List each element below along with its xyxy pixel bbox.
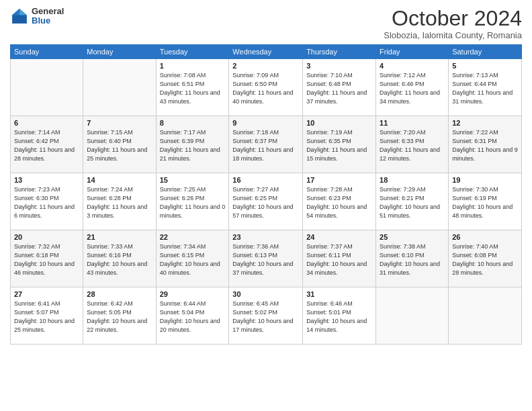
day-info: Sunrise: 7:13 AMSunset: 6:44 PMDaylight:… [452,71,518,106]
day-info: Sunrise: 7:37 AMSunset: 6:11 PMDaylight:… [306,242,372,277]
day-info: Sunrise: 7:17 AMSunset: 6:39 PMDaylight:… [160,128,226,163]
day-number: 27 [14,290,79,298]
day-info: Sunrise: 7:19 AMSunset: 6:35 PMDaylight:… [306,128,372,163]
day-number: 6 [14,119,79,127]
calendar-cell: 14Sunrise: 7:24 AMSunset: 6:28 PMDayligh… [83,173,156,230]
day-info: Sunrise: 7:25 AMSunset: 6:26 PMDaylight:… [160,185,226,220]
day-info: Sunrise: 7:27 AMSunset: 6:25 PMDaylight:… [232,185,299,220]
day-info: Sunrise: 7:34 AMSunset: 6:15 PMDaylight:… [160,242,226,277]
subtitle: Slobozia, Ialomita County, Romania [384,30,522,40]
calendar-cell: 3Sunrise: 7:10 AMSunset: 6:48 PMDaylight… [303,59,376,116]
weekday-header: Sunday [11,45,83,59]
calendar-cell: 22Sunrise: 7:34 AMSunset: 6:15 PMDayligh… [156,230,229,287]
calendar-cell: 24Sunrise: 7:37 AMSunset: 6:11 PMDayligh… [303,230,376,287]
weekday-header-row: SundayMondayTuesdayWednesdayThursdayFrid… [11,45,522,59]
day-number: 15 [160,176,226,184]
calendar-cell: 11Sunrise: 7:20 AMSunset: 6:33 PMDayligh… [376,116,449,173]
day-info: Sunrise: 7:40 AMSunset: 6:08 PMDaylight:… [452,242,518,277]
day-number: 18 [380,176,445,184]
logo: General Blue [10,7,64,26]
day-number: 14 [87,176,152,184]
day-number: 30 [232,290,299,298]
logo-general: General [32,7,64,16]
calendar-cell: 31Sunrise: 6:46 AMSunset: 5:01 PMDayligh… [303,287,376,345]
day-info: Sunrise: 7:14 AMSunset: 6:42 PMDaylight:… [14,128,79,163]
day-info: Sunrise: 7:20 AMSunset: 6:33 PMDaylight:… [380,128,445,163]
calendar-cell: 19Sunrise: 7:30 AMSunset: 6:19 PMDayligh… [449,173,522,230]
calendar-week-row: 13Sunrise: 7:23 AMSunset: 6:30 PMDayligh… [11,173,522,230]
day-number: 23 [232,233,299,241]
day-info: Sunrise: 7:15 AMSunset: 6:40 PMDaylight:… [87,128,152,163]
day-info: Sunrise: 7:33 AMSunset: 6:16 PMDaylight:… [87,242,152,277]
day-info: Sunrise: 6:41 AMSunset: 5:07 PMDaylight:… [14,300,79,334]
calendar-cell: 2Sunrise: 7:09 AMSunset: 6:50 PMDaylight… [229,59,303,116]
day-info: Sunrise: 7:24 AMSunset: 6:28 PMDaylight:… [87,185,152,220]
calendar-cell: 5Sunrise: 7:13 AMSunset: 6:44 PMDaylight… [449,59,522,116]
weekday-header: Friday [376,45,449,59]
weekday-header: Tuesday [156,45,229,59]
day-info: Sunrise: 6:46 AMSunset: 5:01 PMDaylight:… [306,300,372,334]
day-info: Sunrise: 7:29 AMSunset: 6:21 PMDaylight:… [380,185,445,220]
calendar-cell: 18Sunrise: 7:29 AMSunset: 6:21 PMDayligh… [376,173,449,230]
day-number: 12 [452,119,518,127]
calendar-cell: 20Sunrise: 7:32 AMSunset: 6:18 PMDayligh… [11,230,83,287]
calendar-cell: 21Sunrise: 7:33 AMSunset: 6:16 PMDayligh… [83,230,156,287]
day-info: Sunrise: 6:42 AMSunset: 5:05 PMDaylight:… [87,300,152,334]
calendar-cell: 7Sunrise: 7:15 AMSunset: 6:40 PMDaylight… [83,116,156,173]
weekday-header: Monday [83,45,156,59]
day-info: Sunrise: 7:08 AMSunset: 6:51 PMDaylight:… [160,71,226,106]
day-number: 25 [380,233,445,241]
day-number: 19 [452,176,518,184]
calendar-cell: 30Sunrise: 6:45 AMSunset: 5:02 PMDayligh… [229,287,303,345]
calendar-cell: 26Sunrise: 7:40 AMSunset: 6:08 PMDayligh… [449,230,522,287]
day-info: Sunrise: 7:09 AMSunset: 6:50 PMDaylight:… [232,71,299,106]
calendar-cell: 4Sunrise: 7:12 AMSunset: 6:46 PMDaylight… [376,59,449,116]
calendar-cell: 8Sunrise: 7:17 AMSunset: 6:39 PMDaylight… [156,116,229,173]
calendar-cell: 25Sunrise: 7:38 AMSunset: 6:10 PMDayligh… [376,230,449,287]
weekday-header: Wednesday [229,45,303,59]
day-info: Sunrise: 7:30 AMSunset: 6:19 PMDaylight:… [452,185,518,220]
svg-marker-2 [12,9,19,15]
logo-text: General Blue [32,7,64,26]
day-number: 17 [306,176,372,184]
day-number: 1 [160,62,226,70]
calendar-cell: 28Sunrise: 6:42 AMSunset: 5:05 PMDayligh… [83,287,156,345]
logo-blue: Blue [32,16,64,26]
calendar-cell: 16Sunrise: 7:27 AMSunset: 6:25 PMDayligh… [229,173,303,230]
day-number: 26 [452,233,518,241]
day-number: 4 [380,62,445,70]
svg-marker-1 [19,9,27,15]
calendar-week-row: 20Sunrise: 7:32 AMSunset: 6:18 PMDayligh… [11,230,522,287]
weekday-header: Thursday [303,45,376,59]
day-number: 31 [306,290,372,298]
calendar-week-row: 27Sunrise: 6:41 AMSunset: 5:07 PMDayligh… [11,287,522,345]
day-number: 22 [160,233,226,241]
calendar-table: SundayMondayTuesdayWednesdayThursdayFrid… [10,44,522,345]
day-info: Sunrise: 6:44 AMSunset: 5:04 PMDaylight:… [160,300,226,334]
month-title: October 2024 [384,7,522,30]
day-number: 28 [87,290,152,298]
day-number: 7 [87,119,152,127]
calendar-cell: 13Sunrise: 7:23 AMSunset: 6:30 PMDayligh… [11,173,83,230]
calendar-week-row: 6Sunrise: 7:14 AMSunset: 6:42 PMDaylight… [11,116,522,173]
calendar-cell: 15Sunrise: 7:25 AMSunset: 6:26 PMDayligh… [156,173,229,230]
calendar-cell: 23Sunrise: 7:36 AMSunset: 6:13 PMDayligh… [229,230,303,287]
calendar-cell: 27Sunrise: 6:41 AMSunset: 5:07 PMDayligh… [11,287,83,345]
day-number: 29 [160,290,226,298]
day-number: 3 [306,62,372,70]
title-block: October 2024 Slobozia, Ialomita County, … [384,7,522,40]
day-number: 13 [14,176,79,184]
day-number: 9 [232,119,299,127]
calendar-cell [11,59,83,116]
calendar-cell: 6Sunrise: 7:14 AMSunset: 6:42 PMDaylight… [11,116,83,173]
page: General Blue October 2024 Slobozia, Ialo… [0,0,532,411]
day-info: Sunrise: 7:28 AMSunset: 6:23 PMDaylight:… [306,185,372,220]
calendar-cell: 17Sunrise: 7:28 AMSunset: 6:23 PMDayligh… [303,173,376,230]
day-info: Sunrise: 7:36 AMSunset: 6:13 PMDaylight:… [232,242,299,277]
calendar-cell [83,59,156,116]
day-number: 5 [452,62,518,70]
day-info: Sunrise: 7:18 AMSunset: 6:37 PMDaylight:… [232,128,299,163]
day-number: 21 [87,233,152,241]
calendar-cell: 12Sunrise: 7:22 AMSunset: 6:31 PMDayligh… [449,116,522,173]
day-info: Sunrise: 7:23 AMSunset: 6:30 PMDaylight:… [14,185,79,220]
